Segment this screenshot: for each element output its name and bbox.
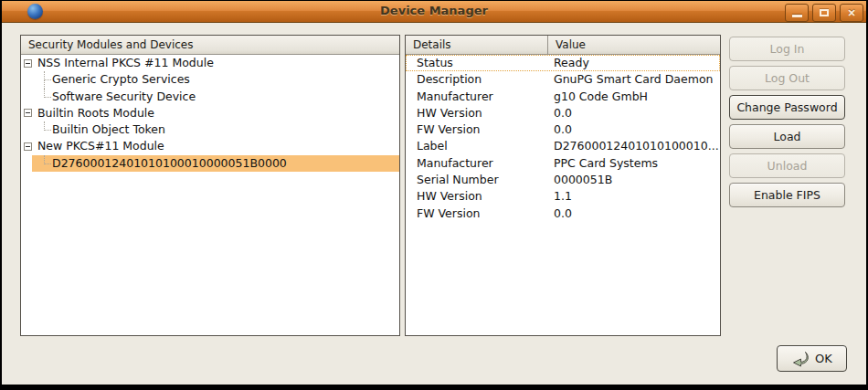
maximize-icon	[820, 9, 829, 16]
tree-item[interactable]: New PKCS#11 Module	[21, 138, 399, 154]
detail-value: 0.0	[548, 121, 720, 138]
detail-value: GnuPG Smart Card Daemon	[548, 71, 720, 88]
detail-value: 1.1	[548, 188, 720, 205]
detail-label: HW Version	[406, 105, 548, 121]
detail-value: PPC Card Systems	[548, 155, 720, 172]
detail-value: 0.0	[548, 105, 720, 121]
details-row[interactable]: DescriptionGnuPG Smart Card Daemon	[406, 71, 720, 88]
minimize-icon	[792, 15, 802, 17]
enable-fips-button[interactable]: Enable FIPS	[729, 183, 845, 207]
tree-item-label: NSS Internal PKCS #11 Module	[21, 55, 399, 71]
tree-line-icon	[44, 89, 51, 98]
load-button[interactable]: Load	[729, 124, 845, 149]
details-table: Details Value StatusReadyDescriptionGnuP…	[405, 35, 721, 336]
details-row[interactable]: StatusReady	[406, 55, 720, 71]
tree-item-label: Generic Crypto Services	[21, 71, 399, 88]
details-row[interactable]: FW Version0.0	[406, 121, 720, 138]
collapse-icon[interactable]	[24, 109, 32, 117]
detail-label: Manufacturer	[406, 89, 548, 105]
security-modules-tree: Security Modules and Devices NSS Interna…	[20, 35, 400, 336]
tree-item-label: Builtin Object Token	[21, 121, 399, 138]
details-header-row: Details Value	[406, 36, 720, 55]
tree-item[interactable]: Builtin Object Token	[21, 121, 399, 138]
tree-item[interactable]: D27600012401010100010000051B0000	[21, 155, 399, 172]
return-arrow-icon	[791, 351, 810, 367]
detail-label: Label	[406, 138, 548, 154]
dialog-content: Security Modules and Devices NSS Interna…	[2, 23, 866, 385]
tree-line-icon	[44, 121, 51, 131]
log-out-button: Log Out	[729, 66, 845, 90]
tree-item-label: New PKCS#11 Module	[21, 138, 399, 154]
tree-item-label: Software Security Device	[21, 89, 399, 105]
tree-item[interactable]: Builtin Roots Module	[21, 105, 399, 121]
detail-label: HW Version	[406, 188, 548, 205]
details-row[interactable]: FW Version0.0	[406, 206, 720, 222]
window-title: Device Manager	[2, 4, 866, 17]
detail-label: Status	[406, 55, 548, 71]
details-row[interactable]: LabelD27600012401010100010...	[406, 138, 720, 154]
detail-value: Ready	[548, 55, 720, 71]
details-row[interactable]: Manufacturerg10 Code GmbH	[406, 89, 720, 105]
tree-item[interactable]: Software Security Device	[21, 89, 399, 105]
detail-label: FW Version	[406, 121, 548, 138]
details-row[interactable]: HW Version0.0	[406, 105, 720, 121]
ok-button-label: OK	[815, 352, 832, 365]
detail-value: D27600012401010100010...	[548, 138, 720, 154]
tree-item-label: Builtin Roots Module	[21, 105, 399, 121]
module-action-buttons: Log InLog OutChange PasswordLoadUnloadEn…	[729, 37, 845, 212]
tree-item[interactable]: NSS Internal PKCS #11 Module	[21, 55, 399, 71]
value-column-header: Value	[548, 36, 720, 55]
details-row[interactable]: HW Version1.1	[406, 188, 720, 205]
detail-label: FW Version	[406, 206, 548, 222]
tree-item[interactable]: Generic Crypto Services	[21, 71, 399, 88]
detail-label: Serial Number	[406, 172, 548, 188]
ok-button[interactable]: OK	[777, 345, 847, 372]
details-column-header: Details	[406, 36, 548, 55]
details-row[interactable]: ManufacturerPPC Card Systems	[406, 155, 720, 172]
change-password-button[interactable]: Change Password	[729, 95, 845, 120]
tree-items: NSS Internal PKCS #11 ModuleGeneric Cryp…	[21, 55, 399, 172]
detail-value: 0000051B	[548, 172, 720, 188]
minimize-button[interactable]	[785, 4, 809, 22]
maximize-button[interactable]	[812, 4, 836, 22]
detail-value: 0.0	[548, 206, 720, 222]
collapse-icon[interactable]	[24, 59, 32, 68]
tree-column-header: Security Modules and Devices	[21, 36, 399, 55]
tree-line-icon	[44, 79, 46, 88]
close-icon: ✕	[847, 7, 855, 19]
details-rows: StatusReadyDescriptionGnuPG Smart Card D…	[406, 55, 720, 222]
title-bar[interactable]: Device Manager ✕	[2, 1, 866, 23]
close-button[interactable]: ✕	[840, 4, 863, 22]
tree-item-label: D27600012401010100010000051B0000	[21, 155, 399, 172]
detail-value: g10 Code GmbH	[548, 89, 720, 105]
log-in-button: Log In	[729, 37, 845, 61]
unload-button: Unload	[729, 153, 845, 178]
collapse-icon[interactable]	[24, 142, 32, 151]
details-row[interactable]: Serial Number0000051B	[406, 172, 720, 188]
window-controls: ✕	[785, 4, 863, 22]
detail-label: Manufacturer	[406, 155, 548, 172]
device-manager-window: Device Manager ✕ Security Modules and De…	[0, 0, 868, 390]
tree-line-icon	[44, 155, 51, 164]
detail-label: Description	[406, 71, 548, 88]
